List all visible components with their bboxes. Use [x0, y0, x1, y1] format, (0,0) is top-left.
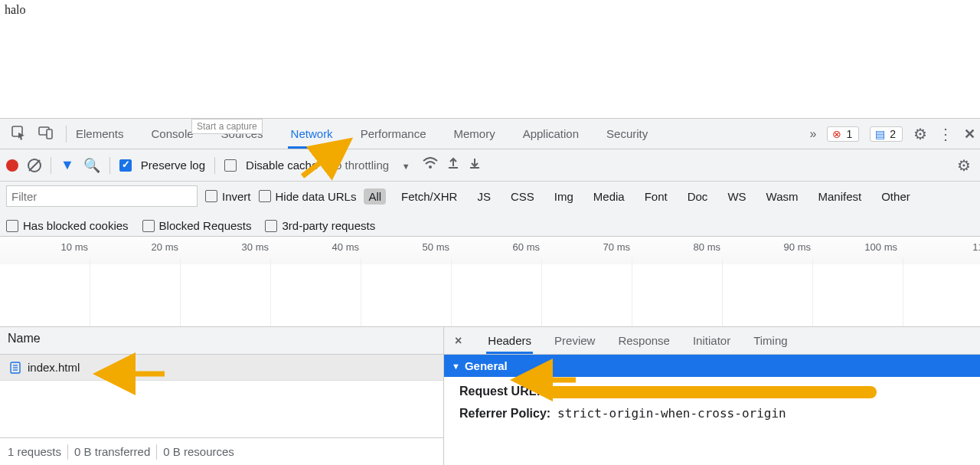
devtools-tabs: Elements Console Sources Network Perform…: [73, 120, 651, 148]
tick: 50 ms: [411, 241, 449, 253]
preserve-log-checkbox[interactable]: [119, 159, 132, 172]
request-count: 1 requests: [8, 445, 61, 458]
request-status-bar: 1 requests 0 B transferred 0 B resources: [0, 437, 443, 465]
tab-sources[interactable]: Sources: [218, 120, 266, 148]
tab-memory[interactable]: Memory: [451, 120, 498, 148]
kv-request-url: Request URL:: [459, 385, 965, 398]
clear-button[interactable]: [28, 159, 41, 172]
network-toolbar: ▼ 🔍 Preserve log Disable cache No thrott…: [0, 149, 980, 182]
tick: 10 ms: [50, 241, 88, 253]
detail-tab-timing[interactable]: Timing: [752, 328, 789, 353]
detail-tab-response[interactable]: Response: [616, 328, 671, 353]
request-list-header[interactable]: Name: [0, 327, 443, 355]
network-settings-icon[interactable]: ⚙: [957, 156, 971, 175]
messages-count: 2: [890, 128, 896, 140]
third-party-checkbox[interactable]: [265, 220, 277, 232]
request-detail-panel: × Headers Preview Response Initiator Tim…: [444, 327, 980, 465]
close-detail-icon[interactable]: ×: [450, 334, 466, 348]
settings-icon[interactable]: ⚙: [913, 125, 927, 143]
tick: 40 ms: [321, 241, 359, 253]
ftype-ws[interactable]: WS: [723, 188, 750, 205]
general-label: General: [465, 359, 508, 372]
message-icon: ▤: [875, 128, 885, 140]
ftype-js[interactable]: JS: [472, 188, 495, 205]
ftype-all[interactable]: All: [364, 188, 386, 205]
waterfall-timeline[interactable]: 10 ms 20 ms 30 ms 40 ms 50 ms 60 ms 70 m…: [0, 237, 980, 327]
detail-tab-headers[interactable]: Headers: [486, 328, 533, 353]
filter-input[interactable]: [6, 185, 198, 207]
ftype-manifest[interactable]: Manifest: [814, 188, 867, 205]
tab-console[interactable]: Console: [149, 120, 197, 148]
search-icon[interactable]: 🔍: [83, 157, 100, 174]
tick: 100 ms: [859, 241, 897, 253]
hide-data-urls-checkbox[interactable]: [259, 190, 271, 202]
tick: 20 ms: [140, 241, 178, 253]
svg-point-3: [429, 165, 432, 169]
blocked-cookies-checkbox[interactable]: [6, 220, 18, 232]
ftype-img[interactable]: Img: [550, 188, 578, 205]
request-name: index.html: [28, 361, 80, 374]
kv-referrer-policy: Referrer Policy: strict-origin-when-cros…: [459, 406, 965, 421]
export-har-icon[interactable]: [469, 157, 481, 173]
error-icon: ⊗: [832, 128, 841, 140]
collapse-icon: ▼: [452, 362, 460, 371]
devtools-panel: Start a capture Elements Console Sources…: [0, 119, 980, 465]
rendered-page: halo: [0, 0, 980, 119]
third-party-label: 3rd-party requests: [282, 219, 375, 232]
blocked-requests-checkbox[interactable]: [142, 220, 155, 232]
tab-elements[interactable]: Elements: [73, 120, 127, 148]
tick: 90 ms: [773, 241, 811, 253]
invert-checkbox[interactable]: [205, 190, 217, 202]
detail-tab-initiator[interactable]: Initiator: [691, 328, 732, 353]
page-text: halo: [5, 3, 26, 16]
throttling-select[interactable]: No throttling ▼: [327, 159, 413, 172]
kv-value: strict-origin-when-cross-origin: [557, 406, 786, 421]
blocked-cookies-label: Has blocked cookies: [23, 219, 129, 232]
tick: 30 ms: [230, 241, 269, 253]
kv-key: Request URL:: [459, 385, 541, 398]
invert-label: Invert: [222, 190, 251, 203]
tick: 80 ms: [682, 241, 720, 253]
close-devtools-icon[interactable]: ✕: [964, 126, 975, 142]
general-section-header[interactable]: ▼ General: [444, 355, 980, 377]
tab-security[interactable]: Security: [603, 120, 651, 148]
network-conditions-icon[interactable]: [423, 157, 438, 173]
document-icon: [9, 362, 21, 374]
svg-rect-2: [47, 129, 52, 139]
ftype-media[interactable]: Media: [589, 188, 629, 205]
errors-count: 1: [846, 128, 852, 140]
transferred-size: 0 B transferred: [74, 445, 150, 458]
tab-network[interactable]: Network: [288, 120, 336, 148]
tick: 70 ms: [592, 241, 630, 253]
tick: 110: [951, 241, 980, 253]
messages-pill[interactable]: ▤2: [870, 126, 903, 142]
devtools-tab-bar: Elements Console Sources Network Perform…: [0, 119, 980, 149]
ftype-doc[interactable]: Doc: [683, 188, 713, 205]
tick: 60 ms: [501, 241, 540, 253]
more-tabs-icon[interactable]: »: [810, 127, 817, 141]
filter-toggle-icon[interactable]: ▼: [60, 157, 74, 173]
filter-types: All Fetch/XHR JS CSS Img Media Font Doc …: [364, 188, 914, 205]
request-row[interactable]: index.html: [0, 355, 443, 381]
ftype-fetch[interactable]: Fetch/XHR: [397, 188, 462, 205]
record-button[interactable]: [6, 159, 18, 172]
ftype-font[interactable]: Font: [640, 188, 672, 205]
disable-cache-label: Disable cache: [246, 159, 318, 172]
ftype-other[interactable]: Other: [877, 188, 915, 205]
import-har-icon[interactable]: [447, 157, 459, 173]
detail-tab-bar: × Headers Preview Response Initiator Tim…: [444, 327, 980, 355]
ftype-css[interactable]: CSS: [506, 188, 539, 205]
kv-key: Referrer Policy:: [459, 407, 550, 420]
device-toggle-icon[interactable]: [38, 125, 54, 142]
tab-application[interactable]: Application: [520, 120, 582, 148]
tab-performance[interactable]: Performance: [358, 120, 430, 148]
kebab-menu-icon[interactable]: ⋮: [938, 125, 953, 143]
disable-cache-checkbox[interactable]: [224, 159, 237, 172]
errors-pill[interactable]: ⊗1: [827, 126, 859, 142]
inspect-icon[interactable]: [11, 125, 26, 142]
redacted-value: [547, 386, 877, 398]
filter-bar: Invert Hide data URLs All Fetch/XHR JS C…: [0, 182, 980, 237]
detail-tab-preview[interactable]: Preview: [553, 328, 596, 353]
resources-size: 0 B resources: [163, 445, 234, 458]
ftype-wasm[interactable]: Wasm: [762, 188, 803, 205]
